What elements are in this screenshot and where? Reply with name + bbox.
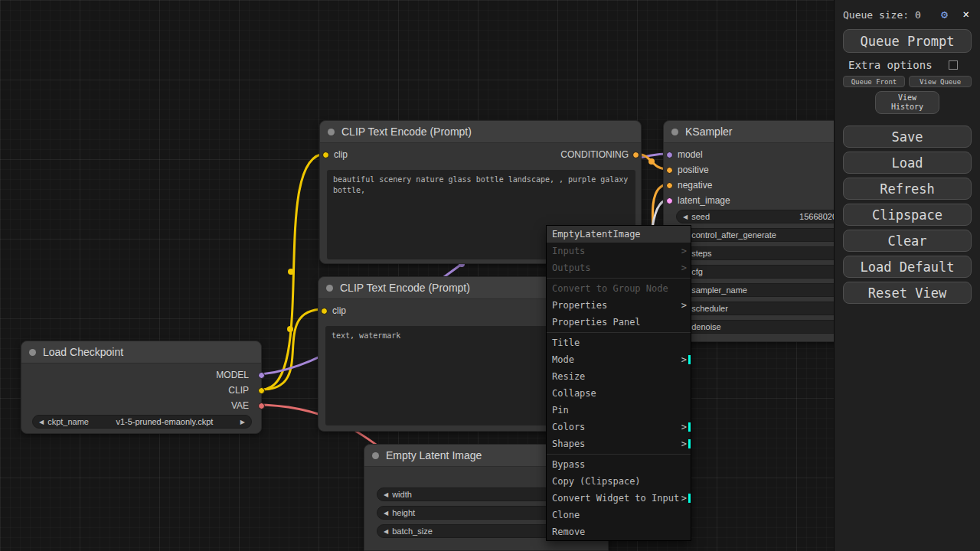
extra-options-checkbox[interactable] (949, 60, 958, 70)
reset-view-button[interactable]: Reset View (843, 282, 972, 304)
input-label-model: model (678, 147, 703, 162)
load-button[interactable]: Load (843, 152, 972, 174)
widget-label: ckpt_name (47, 417, 89, 426)
input-label-clip: clip (334, 147, 348, 162)
node-title: Load Checkpoint (43, 346, 123, 358)
input-port-negative[interactable] (666, 182, 673, 189)
output-port-clip[interactable] (258, 387, 265, 394)
output-port-conditioning[interactable] (632, 152, 639, 158)
widget-label: batch_size (392, 527, 433, 536)
menu-item-colors[interactable]: Colors> (547, 419, 691, 435)
node-title-bar[interactable]: Load Checkpoint (21, 341, 261, 364)
input-port-clip[interactable] (321, 308, 328, 315)
collapse-dot-icon[interactable] (326, 285, 333, 292)
widget-label: scheduler (691, 304, 728, 313)
submenu-arrow-icon: > (681, 297, 687, 314)
widget-label: control_after_generate (691, 230, 776, 240)
output-label-conditioning: CONDITIONING (560, 147, 629, 162)
widget-label: steps (691, 249, 711, 258)
menu-item-collapse[interactable]: Collapse (547, 385, 691, 402)
menu-item-resize[interactable]: Resize (547, 368, 691, 385)
menu-separator (547, 332, 691, 333)
queue-prompt-button[interactable]: Queue Prompt (843, 29, 972, 53)
view-history-button[interactable]: View History (875, 91, 939, 114)
node-title: KSampler (685, 126, 732, 138)
context-menu-title: EmptyLatentImage (547, 226, 691, 243)
extra-options-label: Extra options (848, 59, 933, 71)
menu-item-mode[interactable]: Mode> (547, 351, 691, 368)
menu-item-title[interactable]: Title (547, 334, 691, 351)
menu-item-convert-to-group-node: Convert to Group Node (547, 280, 691, 297)
input-port-positive[interactable] (666, 167, 673, 174)
refresh-button[interactable]: Refresh (843, 178, 972, 200)
submenu-arrow-icon: > (681, 259, 687, 276)
ckpt-name-widget[interactable]: ◀ ckpt_name v1-5-pruned-emaonly.ckpt ▶ (32, 415, 252, 429)
widget-label: width (392, 490, 412, 499)
comfyui-canvas[interactable]: Load Checkpoint MODEL CLIP VAE ◀ ckpt_na… (0, 0, 980, 551)
settings-gear-icon[interactable]: ⚙ (941, 8, 948, 21)
menu-item-properties[interactable]: Properties> (547, 297, 691, 314)
accent-mark (688, 422, 691, 432)
menu-item-clone[interactable]: Clone (547, 507, 691, 523)
menu-item-convert-widget-to-input[interactable]: Convert Widget to Input> (547, 490, 691, 507)
input-label-clip: clip (332, 303, 346, 318)
view-queue-button[interactable]: View Queue (909, 76, 972, 87)
clipspace-button[interactable]: Clipspace (843, 204, 972, 226)
menu-item-shapes[interactable]: Shapes> (547, 435, 691, 452)
node-title: CLIP Text Encode (Prompt) (340, 282, 470, 294)
output-label-vae: VAE (231, 398, 249, 413)
accent-mark (688, 439, 691, 448)
widget-label: sampler_name (691, 285, 747, 295)
collapse-dot-icon[interactable] (671, 129, 678, 135)
prev-arrow-icon[interactable]: ◀ (384, 528, 388, 535)
queue-size-label: Queue size: 0 (843, 9, 921, 21)
queue-front-button[interactable]: Queue Front (843, 76, 905, 87)
prev-arrow-icon[interactable]: ◀ (384, 510, 388, 517)
menu-separator (547, 454, 691, 455)
collapse-dot-icon[interactable] (328, 129, 335, 135)
node-title: CLIP Text Encode (Prompt) (341, 126, 472, 138)
input-label-latent-image: latent_image (678, 193, 730, 208)
output-label-clip: CLIP (228, 383, 249, 398)
prev-arrow-icon[interactable]: ◀ (384, 491, 388, 498)
output-port-model[interactable] (258, 372, 265, 379)
node-title: Empty Latent Image (386, 449, 482, 461)
collapse-dot-icon[interactable] (372, 452, 379, 459)
comfyui-menu-panel: Queue size: 0 ⚙ ✕ Queue Prompt Extra opt… (834, 0, 980, 551)
accent-mark (688, 355, 691, 364)
accent-mark (688, 494, 691, 503)
collapse-dot-icon[interactable] (29, 349, 36, 356)
save-button[interactable]: Save (843, 126, 972, 148)
clear-button[interactable]: Clear (843, 230, 972, 252)
prev-arrow-icon[interactable]: ◀ (39, 419, 44, 425)
next-arrow-icon[interactable]: ▶ (240, 419, 245, 425)
submenu-arrow-icon: > (681, 490, 687, 507)
menu-separator (547, 278, 691, 279)
wire-clip-to-negative (262, 309, 324, 390)
widget-value: v1-5-pruned-emaonly.ckpt (116, 417, 213, 426)
input-label-positive: positive (678, 162, 709, 178)
load-default-button[interactable]: Load Default (843, 256, 972, 278)
menu-item-remove[interactable]: Remove (547, 523, 691, 540)
widget-label: denoise (691, 322, 721, 331)
prev-arrow-icon[interactable]: ◀ (683, 214, 688, 220)
input-port-model[interactable] (666, 152, 673, 158)
output-label-model: MODEL (216, 367, 249, 383)
node-load-checkpoint[interactable]: Load Checkpoint MODEL CLIP VAE ◀ ckpt_na… (21, 341, 262, 434)
close-icon[interactable]: ✕ (963, 8, 969, 20)
link-dot (648, 158, 655, 165)
link-dot (288, 269, 294, 275)
menu-item-bypass[interactable]: Bypass (547, 456, 691, 473)
output-port-vae[interactable] (258, 403, 265, 409)
widget-label: seed (691, 212, 710, 221)
widget-label: cfg (691, 267, 703, 276)
menu-item-properties-panel[interactable]: Properties Panel (547, 314, 691, 331)
node-title-bar[interactable]: CLIP Text Encode (Prompt) (320, 121, 641, 143)
input-port-latent-image[interactable] (666, 197, 673, 204)
submenu-arrow-icon: > (681, 419, 687, 435)
submenu-arrow-icon: > (681, 435, 687, 452)
menu-item-outputs: Outputs> (547, 259, 691, 276)
menu-item-pin[interactable]: Pin (547, 402, 691, 419)
input-port-clip[interactable] (322, 152, 329, 158)
menu-item-copy-clipspace[interactable]: Copy (Clipspace) (547, 473, 691, 490)
